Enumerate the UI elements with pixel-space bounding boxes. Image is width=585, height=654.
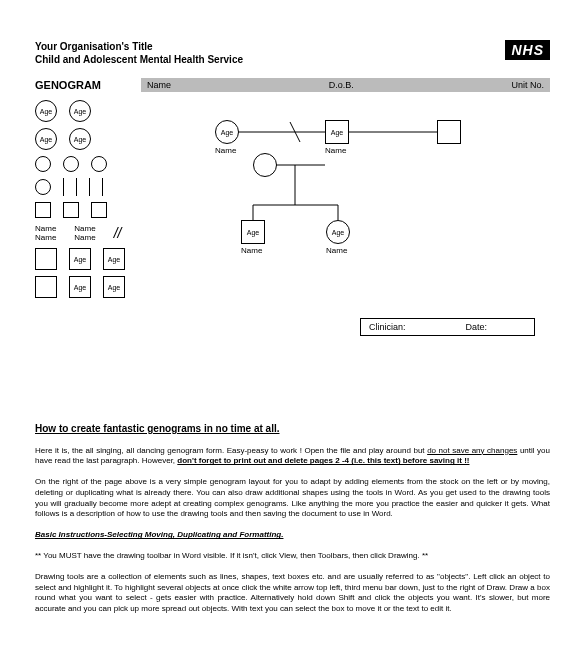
square-icon [35, 248, 57, 270]
instructions-p3: ** You MUST have the drawing toolbar in … [35, 551, 550, 562]
instructions-p1: Here it is, the all singing, all dancing… [35, 446, 550, 468]
field-dob: D.o.B. [329, 80, 354, 90]
circle-age-icon: Age [35, 100, 57, 122]
diagram-label: Name [241, 246, 262, 255]
instructions-p2: On the right of the page above is a very… [35, 477, 550, 520]
circle-age-icon: Age [69, 128, 91, 150]
name-label: Name [35, 224, 56, 233]
vline-icon [102, 178, 103, 196]
square-icon [63, 202, 79, 218]
field-unitno: Unit No. [511, 80, 544, 90]
square-icon [35, 202, 51, 218]
diagram-square: Age [241, 220, 265, 244]
square-age-icon: Age [69, 248, 91, 270]
square-age-icon: Age [103, 276, 125, 298]
vline-icon [63, 178, 64, 196]
header: Your Organisation's Title Child and Adol… [35, 40, 550, 66]
square-icon [91, 202, 107, 218]
diagram-label: Name [325, 146, 346, 155]
diagram-circle: Age [215, 120, 239, 144]
square-icon [35, 276, 57, 298]
circle-icon [63, 156, 79, 172]
clinician-box: Clinician: Date: [360, 318, 535, 336]
org-subtitle: Child and Adolescent Mental Health Servi… [35, 53, 243, 66]
diagram-square: Age [325, 120, 349, 144]
diagram-label: Name [326, 246, 347, 255]
diagram-label: Name [215, 146, 236, 155]
square-age-icon: Age [103, 248, 125, 270]
circle-icon [35, 179, 51, 195]
instructions-subheading: Basic Instructions-Selecting Moving, Dup… [35, 530, 550, 541]
diagram-circle: Age [326, 220, 350, 244]
nhs-logo: NHS [505, 40, 550, 60]
instructions: How to create fantastic genograms in no … [35, 422, 550, 615]
vline-icon [89, 178, 90, 196]
circle-icon [35, 156, 51, 172]
diagram-circle [253, 153, 277, 177]
name-label: Name [74, 224, 95, 233]
org-title: Your Organisation's Title [35, 40, 243, 53]
diagram-panel: Age Name Age Name Age Name Age Name [175, 100, 550, 300]
vline-icon [76, 178, 77, 196]
fields-bar: Name D.o.B. Unit No. [141, 78, 550, 92]
circle-age-icon: Age [35, 128, 57, 150]
name-label: Name [35, 233, 56, 242]
stock-panel: Age Age Age Age Name Name [35, 100, 145, 304]
main-area: Age Age Age Age Name Name [35, 100, 550, 304]
slash-icon: // [114, 225, 122, 241]
diagram-square [437, 120, 461, 144]
circle-age-icon: Age [69, 100, 91, 122]
square-age-icon: Age [69, 276, 91, 298]
genogram-title: GENOGRAM [35, 79, 101, 91]
header-left: Your Organisation's Title Child and Adol… [35, 40, 243, 66]
title-row: GENOGRAM Name D.o.B. Unit No. [35, 78, 550, 92]
clinician-label: Clinician: [369, 322, 406, 332]
instructions-p4: Drawing tools are a collection of elemen… [35, 572, 550, 615]
date-label: Date: [466, 322, 488, 332]
circle-icon [91, 156, 107, 172]
name-label: Name [74, 233, 95, 242]
field-name: Name [147, 80, 171, 90]
instructions-heading: How to create fantastic genograms in no … [35, 422, 550, 436]
